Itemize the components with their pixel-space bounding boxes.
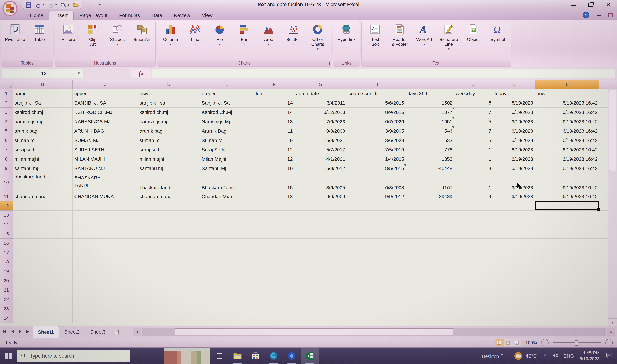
cell-H5[interactable]: 3/9/2005 [347, 126, 406, 136]
cell-B1[interactable]: name [13, 89, 73, 98]
cell-I14[interactable] [406, 220, 454, 229]
hidden-icons-chevron[interactable]: ^ [544, 353, 547, 359]
weather-widget[interactable]: 40°C [514, 351, 537, 361]
cell-J16[interactable] [454, 239, 493, 248]
cell-F20[interactable] [254, 276, 295, 286]
cell-J13[interactable] [454, 210, 493, 220]
vertical-scrollbar[interactable]: ▼ [608, 89, 617, 326]
cell-D3[interactable]: kshirod ch.mj [138, 108, 200, 117]
ribbon-button-picture[interactable]: Picture [56, 22, 80, 60]
cell-E9[interactable]: Santanu Mj [200, 164, 254, 173]
cell-D19[interactable] [138, 267, 200, 276]
ribbon-button-header-footer[interactable]: Header & Footer [388, 22, 411, 60]
name-box-dropdown-icon[interactable]: ▼ [77, 71, 80, 75]
sheet-tab-sheet1[interactable]: Sheet1 [33, 326, 59, 338]
cell-H12[interactable] [347, 201, 406, 210]
task-view-icon[interactable] [210, 348, 229, 364]
cell-D11[interactable]: chandan muna [138, 192, 200, 201]
cell-K4[interactable]: 6/19/2023 [493, 117, 535, 126]
zoom-slider-thumb[interactable] [575, 340, 578, 346]
cell-C18[interactable] [73, 257, 138, 267]
cell-C6[interactable]: SUMAN MJ [73, 136, 138, 145]
cell-E8[interactable]: Milan Majhi [200, 155, 254, 164]
row-header-17[interactable]: 17 [0, 248, 13, 257]
cell-H3[interactable]: 8/9/2016 [347, 108, 406, 117]
zoom-in-icon[interactable]: + [605, 339, 613, 346]
cell-D6[interactable]: suman mj [138, 136, 200, 145]
cell-C10[interactable]: BHASKARA TANDI [73, 173, 138, 192]
cell-E5[interactable]: Arun K Bag [200, 126, 254, 136]
cell-L19[interactable] [535, 267, 599, 276]
row-header-6[interactable]: 6 [0, 136, 13, 145]
zoom-out-icon[interactable]: − [541, 339, 549, 346]
cell-G2[interactable]: 3/4/2011 [295, 98, 347, 108]
cell-G16[interactable] [295, 239, 347, 248]
cell-H16[interactable] [347, 239, 406, 248]
row-header-10[interactable]: 10 [0, 173, 13, 192]
cell-K6[interactable]: 6/19/2023 [493, 136, 535, 145]
cell-C23[interactable] [73, 304, 138, 313]
cell-I5[interactable]: 546 [406, 126, 454, 136]
cell-K17[interactable] [493, 248, 535, 257]
cell-B19[interactable] [13, 267, 73, 276]
row-header-21[interactable]: 21 [0, 286, 13, 295]
cell-F1[interactable]: len [254, 89, 295, 98]
row-header-8[interactable]: 8 [0, 155, 13, 164]
row-header-18[interactable]: 18 [0, 257, 13, 267]
microsoft-store-icon[interactable] [246, 348, 265, 364]
close-button[interactable] [604, 1, 613, 8]
sheet-tab-sheet3[interactable]: Sheet3 [85, 326, 111, 338]
cell-D21[interactable] [138, 286, 200, 295]
cell-J17[interactable] [454, 248, 493, 257]
cell-I19[interactable] [406, 267, 454, 276]
cell-C9[interactable]: SANTANU MJ [73, 164, 138, 173]
cell-B15[interactable] [13, 229, 73, 239]
cell-J21[interactable] [454, 286, 493, 295]
ribbon-button-hyperlink[interactable]: Hyperlink [334, 22, 358, 60]
cell-E24[interactable] [200, 313, 254, 323]
cell-K24[interactable] [493, 313, 535, 323]
cell-H14[interactable] [347, 220, 406, 229]
cell-D7[interactable]: suraj sethi [138, 145, 200, 155]
cell-E7[interactable]: Suraj Sethi [200, 145, 254, 155]
cell-J5[interactable]: 7 [454, 126, 493, 136]
cell-C5[interactable]: ARUN K BAG [73, 126, 138, 136]
cell-G21[interactable] [295, 286, 347, 295]
start-button[interactable] [0, 348, 17, 364]
cell-F14[interactable] [254, 220, 295, 229]
row-header-22[interactable]: 22 [0, 295, 13, 304]
cell-L15[interactable] [535, 229, 599, 239]
first-sheet-icon[interactable] [3, 329, 7, 334]
cell-H20[interactable] [347, 276, 406, 286]
cell-I24[interactable] [406, 313, 454, 323]
cell-K11[interactable]: 6/19/2023 [493, 192, 535, 201]
cell-K16[interactable] [493, 239, 535, 248]
insert-function-button[interactable]: fx [131, 69, 151, 78]
ribbon-button-bar[interactable]: Bar▾ [232, 22, 256, 60]
cell-F13[interactable] [254, 210, 295, 220]
cell-H4[interactable]: 6/7/2026 [347, 117, 406, 126]
cell-E20[interactable] [200, 276, 254, 286]
scroll-right-icon[interactable]: ▸ [607, 328, 615, 336]
cell-G13[interactable] [295, 210, 347, 220]
cell-C21[interactable] [73, 286, 138, 295]
cell-L17[interactable] [535, 248, 599, 257]
cell-H13[interactable] [347, 210, 406, 220]
cell-B6[interactable]: suman mj [13, 136, 73, 145]
cell-I8[interactable]: 1353 [406, 155, 454, 164]
ribbon-button-shapes[interactable]: Shapes▾ [105, 22, 129, 60]
cell-K18[interactable] [493, 257, 535, 267]
cell-G18[interactable] [295, 257, 347, 267]
cell-G11[interactable]: 9/9/2009 [295, 192, 347, 201]
cell-J24[interactable] [454, 313, 493, 323]
cell-I6[interactable]: 633 [406, 136, 454, 145]
cell-B18[interactable] [13, 257, 73, 267]
taskbar-clock[interactable]: 4:45 PM 6/19/2023 [579, 350, 600, 362]
ribbon-button-text-box[interactable]: AText Box [363, 22, 387, 60]
cell-D8[interactable]: milan majhi [138, 155, 200, 164]
cell-D2[interactable]: sanjib k . sa [138, 98, 200, 108]
row-header-11[interactable]: 11 [0, 192, 13, 201]
row-header-20[interactable]: 20 [0, 276, 13, 286]
cell-B16[interactable] [13, 239, 73, 248]
cell-D16[interactable] [138, 239, 200, 248]
